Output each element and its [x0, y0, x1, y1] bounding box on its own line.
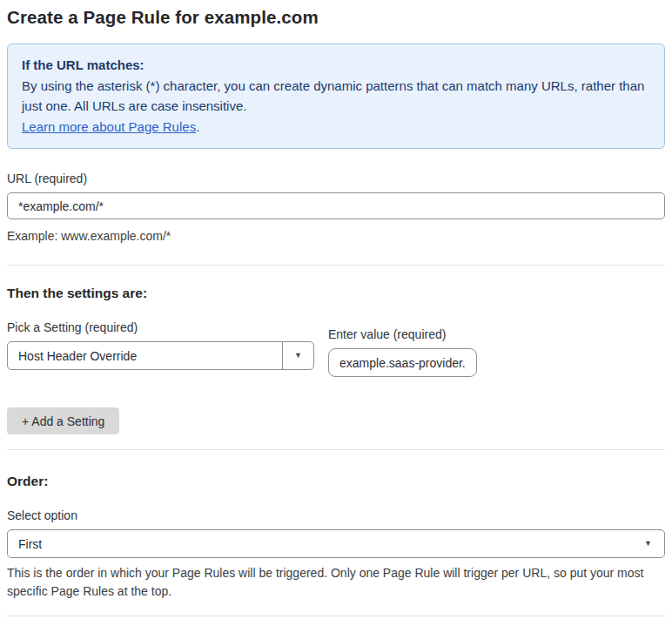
create-page-rule-panel: Create a Page Rule for example.com If th… [0, 0, 672, 619]
info-box-link-line: Learn more about Page Rules. [22, 117, 650, 138]
settings-section-heading: Then the settings are: [7, 286, 665, 301]
setting-select-value: Host Header Override [8, 349, 282, 363]
url-matches-info-box: If the URL matches: By using the asteris… [7, 44, 665, 149]
setting-select[interactable]: Host Header Override ▼ [7, 341, 314, 370]
setting-value-input[interactable] [328, 348, 477, 377]
divider [7, 449, 665, 450]
setting-select-arrow-button[interactable]: ▼ [282, 342, 313, 369]
chevron-down-icon: ▼ [644, 540, 652, 548]
chevron-down-icon: ▼ [294, 352, 302, 360]
info-box-heading: If the URL matches: [22, 55, 650, 76]
divider [7, 616, 665, 616]
page-title: Create a Page Rule for example.com [7, 7, 665, 28]
order-section-heading: Order: [7, 474, 665, 489]
pick-setting-label: Pick a Setting (required) [7, 320, 314, 334]
setting-row: Pick a Setting (required) Host Header Ov… [7, 320, 665, 377]
add-setting-row: + Add a Setting [7, 407, 665, 434]
order-select-value: First [18, 537, 42, 551]
order-helper-text: This is the order in which your Page Rul… [7, 564, 665, 601]
url-example-helper: Example: www.example.com/* [7, 227, 665, 246]
order-select-label: Select option [7, 508, 665, 522]
enter-value-label: Enter value (required) [328, 327, 477, 341]
link-suffix: . [196, 119, 199, 134]
pick-setting-column: Pick a Setting (required) Host Header Ov… [7, 320, 314, 370]
enter-value-column: Enter value (required) [328, 327, 477, 377]
order-select[interactable]: First ▼ [7, 529, 665, 558]
info-box-body: By using the asterisk (*) character, you… [22, 76, 650, 117]
divider [7, 265, 665, 266]
learn-more-link[interactable]: Learn more about Page Rules [22, 119, 196, 134]
url-input[interactable] [7, 192, 665, 219]
add-setting-button[interactable]: + Add a Setting [7, 407, 119, 434]
url-field-label: URL (required) [7, 172, 665, 185]
